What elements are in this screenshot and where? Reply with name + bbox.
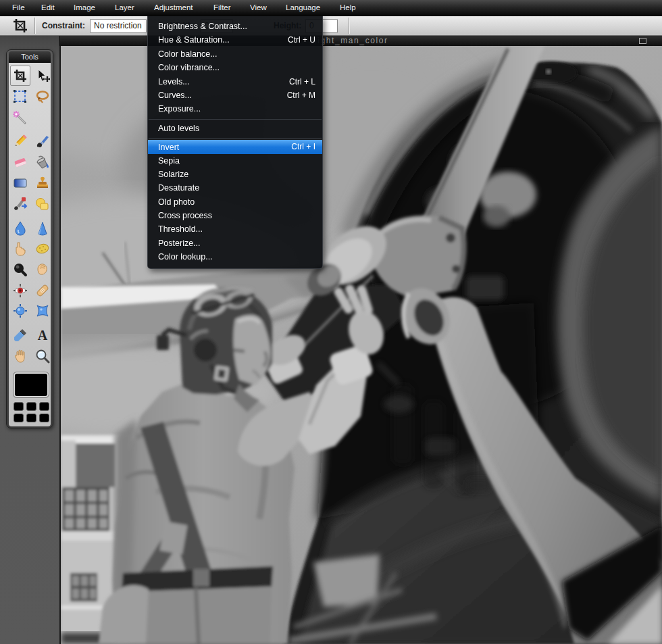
svg-text:A: A bbox=[38, 328, 48, 343]
